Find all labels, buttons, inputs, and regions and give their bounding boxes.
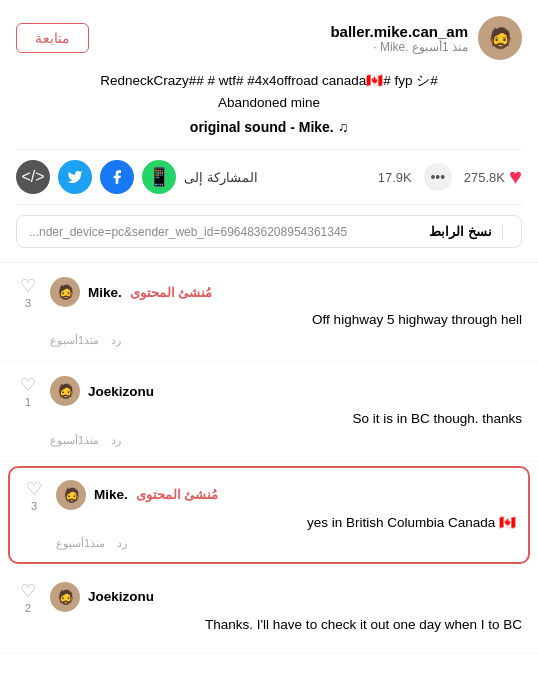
comment-text: Thanks. I'll have to check it out one da… <box>50 615 522 635</box>
left-actions: </> 📱 المشاركة إلى <box>16 160 258 194</box>
commenter-avatar[interactable]: 🧔 <box>56 480 86 510</box>
facebook-share-button[interactable] <box>100 160 134 194</box>
comment-header: مُنشئ المحتوى .Mike 🧔 <box>50 277 522 307</box>
reply-button[interactable]: رد <box>111 434 121 447</box>
comment-time: منذ1أسبوع <box>50 334 99 347</box>
like-count: 1 <box>25 396 31 408</box>
commenter-avatar[interactable]: 🧔 <box>50 376 80 406</box>
follow-button[interactable]: متابعة <box>16 23 89 53</box>
reply-button[interactable]: رد <box>117 537 127 550</box>
commenter-avatar[interactable]: 🧔 <box>50 277 80 307</box>
comment-item: ♡ 3 مُنشئ المحتوى .Mike 🧔 yes in British… <box>8 466 530 564</box>
comment-body: Joekizonu 🧔 So it is in BC though. thank… <box>50 376 522 446</box>
like-count: 2 <box>25 602 31 614</box>
commenter-username: .Mike <box>94 487 128 502</box>
like-heart-icon[interactable]: ♡ <box>26 480 42 498</box>
like-col: ♡ 2 <box>16 582 40 639</box>
profile-text: baller.mike.can_am منذ 1أسبوع .Mike · <box>330 23 468 54</box>
avatar-emoji: 🧔 <box>488 26 513 50</box>
comment-text: yes in British Columbia Canada 🇨🇦 <box>56 513 516 533</box>
like-col: ♡ 3 <box>22 480 46 550</box>
comment-footer: رد منذ1أسبوع <box>50 434 522 447</box>
view-count: 17.9K <box>378 170 412 185</box>
comment-item: ♡ 3 مُنشئ المحتوى .Mike 🧔 Off highway 5 … <box>0 263 538 362</box>
comment-body: مُنشئ المحتوى .Mike 🧔 Off highway 5 high… <box>50 277 522 347</box>
comment-header: مُنشئ المحتوى .Mike 🧔 <box>56 480 516 510</box>
more-button[interactable]: ••• <box>424 163 452 191</box>
view-stat: 17.9K <box>378 170 412 185</box>
like-stat: 275.8K ♥ <box>464 164 522 190</box>
comment-item: ♡ 1 Joekizonu 🧔 So it is in BC though. t… <box>0 362 538 461</box>
comment-footer: رد منذ1أسبوع <box>50 334 522 347</box>
twitter-share-button[interactable] <box>58 160 92 194</box>
comment-footer: رد منذ1أسبوع <box>56 537 516 550</box>
comment-body: مُنشئ المحتوى .Mike 🧔 yes in British Col… <box>56 480 516 550</box>
creator-badge: مُنشئ المحتوى <box>136 487 219 502</box>
whatsapp-share-button[interactable]: 📱 <box>142 160 176 194</box>
creator-badge: مُنشئ المحتوى <box>130 285 213 300</box>
caption: RedneckCrazy## # wtf# #4x4offroad canada… <box>16 70 522 113</box>
comment-time: منذ1أسبوع <box>56 537 105 550</box>
like-heart-icon[interactable]: ♡ <box>20 582 36 600</box>
like-heart-icon[interactable]: ♡ <box>20 277 36 295</box>
commenter-avatar[interactable]: 🧔 <box>50 582 80 612</box>
comment-text: Off highway 5 highway through hell <box>50 310 522 330</box>
like-count: 275.8K <box>464 170 505 185</box>
actions-row: </> 📱 المشاركة إلى 17.9K ••• 275.8K ♥ <box>16 149 522 205</box>
reply-button[interactable]: رد <box>111 334 121 347</box>
like-col: ♡ 1 <box>16 376 40 446</box>
share-label: المشاركة إلى <box>184 170 258 185</box>
link-url: ...nder_device=pc&sender_web_id=69648362… <box>29 225 347 239</box>
comment-body: Joekizonu 🧔 Thanks. I'll have to check i… <box>50 582 522 639</box>
like-count: 3 <box>31 500 37 512</box>
right-stats: 17.9K ••• 275.8K ♥ <box>378 163 522 191</box>
comment-time: منذ1أسبوع <box>50 434 99 447</box>
copy-link-button[interactable]: نسخ الرابط <box>429 224 503 239</box>
comment-text: So it is in BC though. thanks <box>50 409 522 429</box>
commenter-username: .Mike <box>88 285 122 300</box>
comment-header: Joekizonu 🧔 <box>50 376 522 406</box>
like-heart-icon[interactable]: ♡ <box>20 376 36 394</box>
like-count: 3 <box>25 297 31 309</box>
comments-section: ♡ 3 مُنشئ المحتوى .Mike 🧔 Off highway 5 … <box>0 263 538 654</box>
caption-description: Abandoned mine <box>26 92 512 114</box>
comment-header: Joekizonu 🧔 <box>50 582 522 612</box>
avatar[interactable]: 🧔 <box>478 16 522 60</box>
commenter-username: Joekizonu <box>88 384 154 399</box>
caption-hashtags: RedneckCrazy## # wtf# #4x4offroad canada… <box>26 70 512 92</box>
time-ago: منذ 1أسبوع .Mike · <box>330 40 468 54</box>
commenter-username: Joekizonu <box>88 589 154 604</box>
link-row: نسخ الرابط ...nder_device=pc&sender_web_… <box>16 215 522 248</box>
like-col: ♡ 3 <box>16 277 40 347</box>
heart-icon[interactable]: ♥ <box>509 164 522 190</box>
code-share-button[interactable]: </> <box>16 160 50 194</box>
comment-item: ♡ 2 Joekizonu 🧔 Thanks. I'll have to che… <box>0 568 538 654</box>
profile-row: متابعة baller.mike.can_am منذ 1أسبوع .Mi… <box>16 16 522 60</box>
profile-info: baller.mike.can_am منذ 1أسبوع .Mike · 🧔 <box>330 16 522 60</box>
username: baller.mike.can_am <box>330 23 468 40</box>
sound-row: ♫ .original sound - Mike <box>16 119 522 135</box>
top-section: متابعة baller.mike.can_am منذ 1أسبوع .Mi… <box>0 0 538 263</box>
